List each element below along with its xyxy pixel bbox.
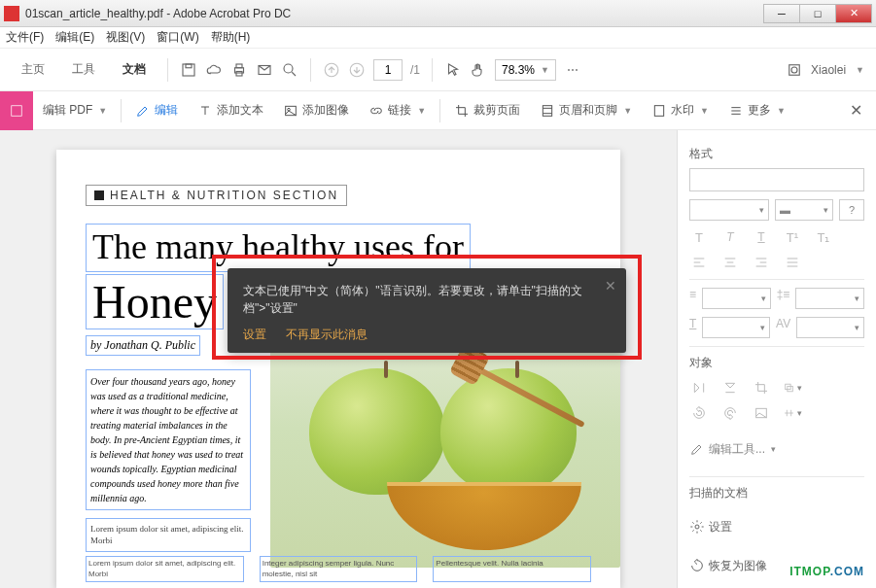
help-icon[interactable]: ?: [839, 199, 864, 221]
toast-settings-link[interactable]: 设置: [243, 327, 266, 343]
mail-icon[interactable]: [256, 61, 273, 79]
page-total: /1: [410, 63, 420, 77]
svg-rect-15: [654, 105, 663, 116]
bullet-list-icon[interactable]: ≡: [689, 288, 696, 309]
main-toolbar: 主页 工具 文档 /1 78.3%▼ ⋯ Xiaolei▼: [0, 49, 876, 91]
next-page-icon[interactable]: [348, 61, 366, 79]
tab-home[interactable]: 主页: [12, 55, 54, 84]
svg-point-10: [791, 67, 797, 73]
document-viewport[interactable]: HEALTH & NUTRITION SECTION The many heal…: [0, 130, 677, 588]
svg-rect-0: [183, 64, 194, 76]
column-3[interactable]: Pellentesque velit. Nulla lacinia: [433, 556, 591, 582]
search-icon[interactable]: [281, 61, 298, 79]
menu-file[interactable]: 文件(F): [6, 29, 44, 46]
svg-point-19: [695, 525, 699, 529]
char-spacing-select[interactable]: ▾: [796, 317, 864, 338]
font-color-picker[interactable]: ▬▾: [775, 199, 833, 221]
line-spacing-select[interactable]: ▾: [795, 288, 864, 309]
align-justify-icon[interactable]: [783, 254, 802, 271]
align-row: [689, 254, 864, 271]
font-size-input[interactable]: ▾: [689, 199, 769, 221]
flip-h-icon[interactable]: [720, 379, 740, 397]
tab-tools[interactable]: 工具: [62, 55, 105, 84]
flip-v-icon[interactable]: [689, 379, 709, 397]
watermark-text: ITMOP.COM: [789, 558, 864, 580]
close-toolbar-button[interactable]: ✕: [836, 101, 876, 120]
user-name[interactable]: Xiaolei: [811, 63, 846, 77]
more-button[interactable]: 更多▼: [718, 91, 795, 130]
svg-rect-16: [786, 384, 790, 389]
align-objects-icon[interactable]: ▾: [783, 404, 802, 422]
watermark-button[interactable]: 水印▼: [642, 91, 718, 130]
crop-button[interactable]: 裁剪页面: [444, 91, 530, 130]
bold-icon[interactable]: T: [689, 228, 709, 246]
save-icon[interactable]: [180, 61, 197, 79]
print-icon[interactable]: [230, 61, 248, 79]
toast-dontshow-link[interactable]: 不再显示此消息: [286, 327, 368, 343]
close-button[interactable]: ✕: [835, 4, 872, 23]
article-body-2[interactable]: Lorem ipsum dolor sit amet, adipiscing e…: [86, 518, 251, 552]
text-style-row: T T T T¹ T₁: [689, 228, 864, 246]
menu-help[interactable]: 帮助(H): [211, 29, 251, 46]
char-spacing-icon[interactable]: AV: [776, 317, 790, 338]
svg-rect-9: [789, 64, 800, 75]
hand-icon[interactable]: [470, 61, 487, 79]
link-button[interactable]: 链接▼: [359, 91, 436, 130]
svg-rect-14: [543, 105, 552, 116]
superscript-icon[interactable]: T₁: [814, 228, 833, 246]
replace-image-icon[interactable]: [752, 404, 771, 422]
article-byline[interactable]: by Jonathan Q. Public: [86, 335, 200, 356]
align-left-icon[interactable]: [689, 254, 709, 271]
menu-edit[interactable]: 编辑(E): [55, 29, 94, 46]
column-1[interactable]: Lorem ipsum dolor sit amet, adipiscing e…: [86, 556, 244, 582]
line-spacing-icon[interactable]: ‡≡: [777, 288, 790, 309]
text-fill-icon[interactable]: T: [689, 317, 696, 338]
menu-view[interactable]: 视图(V): [106, 29, 145, 46]
section-header: HEALTH & NUTRITION SECTION: [86, 185, 347, 206]
cloud-icon[interactable]: [205, 61, 223, 79]
subscript-icon[interactable]: T¹: [783, 228, 802, 246]
edit-pdf-mode-icon[interactable]: [0, 91, 33, 130]
scanned-heading: 扫描的文档: [689, 485, 864, 502]
header-footer-button[interactable]: 页眉和页脚▼: [530, 91, 642, 130]
edit-pdf-button[interactable]: 编辑 PDF▼: [33, 91, 117, 130]
more-tools-icon[interactable]: ⋯: [564, 61, 581, 79]
format-panel: 格式 ▾ ▬▾ ? T T T T¹ T₁ ≡ ▾ ‡≡ ▾ T: [677, 130, 876, 588]
page-number-input[interactable]: [373, 59, 403, 81]
toast-close-icon[interactable]: ✕: [605, 278, 616, 294]
prev-page-icon[interactable]: [323, 61, 340, 79]
add-text-button[interactable]: 添加文本: [188, 91, 273, 130]
article-headline-1[interactable]: The many healthy uses for: [86, 224, 471, 272]
font-family-select[interactable]: [689, 168, 864, 191]
article-headline-2[interactable]: Honey: [86, 274, 224, 329]
scan-settings-link[interactable]: 设置: [689, 507, 864, 546]
menu-window[interactable]: 窗口(W): [157, 29, 198, 46]
list-style-select[interactable]: ▾: [702, 288, 771, 309]
italic-icon[interactable]: T: [720, 228, 740, 246]
zoom-select[interactable]: 78.3%▼: [495, 59, 556, 81]
window-title: 01scan_article_healthy.pdf - Adobe Acrob…: [25, 7, 764, 20]
article-body-1[interactable]: Over four thousand years ago, honey was …: [86, 369, 251, 510]
svg-rect-3: [236, 64, 242, 68]
arrange-icon[interactable]: ▾: [783, 379, 802, 397]
text-fill-select[interactable]: ▾: [702, 317, 770, 338]
menubar: 文件(F) 编辑(E) 视图(V) 窗口(W) 帮助(H): [0, 27, 876, 49]
rotate-cw-icon[interactable]: [720, 404, 740, 422]
pointer-icon[interactable]: [444, 61, 462, 79]
article-photo: [270, 334, 620, 568]
align-center-icon[interactable]: [720, 254, 740, 271]
column-2[interactable]: Integer adipiscing semper ligula. Nunc m…: [260, 556, 418, 582]
tab-document[interactable]: 文档: [113, 55, 156, 84]
crop-object-icon[interactable]: [752, 379, 771, 397]
rotate-ccw-icon[interactable]: [689, 404, 709, 422]
edit-tools-link[interactable]: 编辑工具...▾: [689, 430, 864, 468]
maximize-button[interactable]: □: [799, 4, 836, 23]
user-icon[interactable]: [786, 61, 803, 79]
minimize-button[interactable]: ─: [763, 4, 800, 23]
underline-icon[interactable]: T: [752, 228, 771, 246]
edit-button[interactable]: 编辑: [125, 91, 188, 130]
object-heading: 对象: [689, 355, 864, 371]
align-right-icon[interactable]: [752, 254, 771, 271]
edit-toolbar: 编辑 PDF▼ 编辑 添加文本 添加图像 链接▼ 裁剪页面 页眉和页脚▼ 水印▼…: [0, 91, 876, 130]
add-image-button[interactable]: 添加图像: [273, 91, 359, 130]
